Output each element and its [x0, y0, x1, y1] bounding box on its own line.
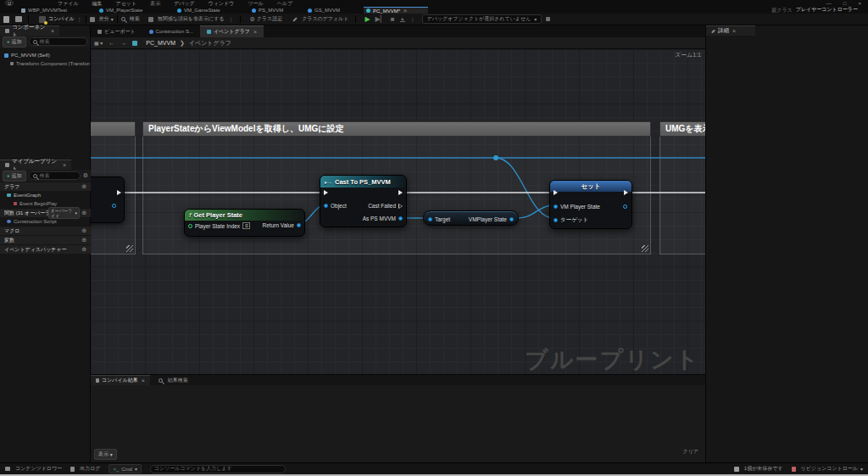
hide-unrelated-button[interactable]: 無関係な項目を非表示にする⋮ — [148, 15, 234, 23]
nav-forward-icon[interactable]: → — [120, 40, 126, 46]
content-drawer-button[interactable]: コンテンツドロワー — [5, 465, 62, 473]
clear-button[interactable]: クリア — [683, 448, 698, 456]
details-panel-tab[interactable]: 詳細× — [706, 25, 755, 36]
vm-player-state-in-pin[interactable] — [554, 204, 558, 209]
compile-button[interactable]: コンパイル ⋮ — [39, 15, 82, 23]
cmd-dropdown[interactable]: >_Cmd▾ — [108, 464, 142, 473]
vm-player-state-out-pin[interactable] — [623, 204, 627, 209]
comment-box-right[interactable]: UMGを表示 — [659, 121, 705, 255]
cast-failed-pin[interactable] — [398, 204, 403, 209]
browse-debug-icon[interactable] — [546, 17, 550, 21]
exec-out-pin[interactable] — [117, 190, 121, 195]
unreal-logo-icon[interactable]: U — [5, 0, 14, 6]
component-row-self[interactable]: PC_MVVM (Self) — [0, 51, 90, 59]
add-component-button[interactable]: +追加 — [3, 36, 26, 48]
node-cast-to-ps-mvvm[interactable]: ▸→Cast To PS_MVVM Object Cast Failed As … — [320, 175, 407, 227]
add-dispatcher-icon[interactable]: ⊕ — [81, 246, 86, 253]
tab-event-graph[interactable]: イベントグラフ× — [200, 25, 264, 37]
filter-gear-icon[interactable]: ⚙ — [83, 172, 88, 179]
revision-control-button[interactable]: リビジョンコントロール▾ — [792, 465, 863, 473]
node-set-vm-player-state[interactable]: セット VM Player State ターゲット — [549, 180, 632, 229]
data-out-pin[interactable] — [112, 204, 116, 208]
target-pin[interactable] — [554, 218, 558, 222]
add-graph-icon[interactable]: ⊕ — [81, 183, 86, 190]
macros-section-header[interactable]: マクロ⊕ — [0, 226, 91, 235]
hide-unrelated-options-icon[interactable]: ⋮ — [228, 16, 233, 22]
tab-viewport[interactable]: ビューポート — [91, 25, 142, 37]
add-function-icon[interactable]: ⊕ — [81, 210, 86, 216]
tab-construction-script[interactable]: Construction S... — [142, 25, 200, 37]
event-graph-canvas[interactable]: ズーム1:1 PlayerStateからViewModelを取得し、UMGに設定… — [91, 49, 705, 374]
play-options-icon[interactable]: ⋮ — [410, 16, 415, 22]
asset-tab-vm-gamestate[interactable]: VM_GameState — [177, 8, 252, 13]
class-defaults-button[interactable]: クラスのデフォルト — [292, 15, 348, 23]
compiler-results-tab[interactable]: コンパイル結果× — [91, 375, 150, 386]
breadcrumb[interactable]: PC_MVVM ❯ イベントグラフ — [146, 39, 231, 48]
my-blueprint-add-button[interactable]: +追加 — [3, 171, 26, 182]
graphs-section-header[interactable]: グラフ⊕ — [0, 182, 91, 191]
exec-out-pin[interactable] — [398, 190, 403, 195]
target-pin[interactable] — [428, 217, 432, 221]
nav-back-icon[interactable]: ← — [108, 40, 114, 46]
tab-close-icon[interactable]: × — [142, 378, 145, 384]
play-button[interactable]: ▶ — [364, 15, 370, 23]
asset-tab-vm-playerstate[interactable]: VM_PlayerState — [99, 8, 177, 13]
my-blueprint-search-input[interactable]: 検索 — [29, 171, 81, 180]
asset-tab-wbp-mvvmtest[interactable]: WBP_MVVMTest — [21, 8, 99, 13]
exec-in-pin[interactable] — [554, 190, 558, 195]
node-get-player-state[interactable]: fGet Player State Player State Index 0 R… — [184, 209, 305, 237]
results-search-input[interactable]: 結果検索 — [159, 377, 188, 384]
component-row-transform[interactable]: Transform Component (TransformComp — [0, 59, 90, 68]
tab-close-icon[interactable]: × — [253, 29, 257, 35]
comment-header[interactable]: UMGを表示 — [659, 121, 705, 137]
stop-button[interactable]: ■ — [391, 15, 395, 23]
output-log-button[interactable]: 出力ログ — [70, 465, 100, 473]
asset-tab-pc-mvvm[interactable]: PC_MVVM*× — [364, 7, 428, 14]
tab-close-icon[interactable]: × — [51, 28, 54, 34]
my-blueprint-panel-tab[interactable]: マイブループリント× — [0, 160, 71, 170]
asset-tab-gs-mvvm[interactable]: GS_MVVM — [308, 8, 364, 13]
bookmarks-icon[interactable]: ▦ ▾ — [94, 40, 103, 46]
functions-section-header[interactable]: 関数 (31 オーバーライド可能) オーバーライド ▾ ⊕ — [0, 208, 91, 217]
unsaved-assets-button[interactable]: 1個が未保存です — [734, 465, 783, 473]
eject-button[interactable]: ▲ — [400, 16, 405, 22]
compiler-tab-bar: コンパイル結果× 結果検索 — [91, 374, 705, 385]
as-ps-mvvm-pin[interactable] — [398, 216, 403, 221]
add-macro-icon[interactable]: ⊕ — [81, 227, 86, 234]
override-dropdown[interactable]: オーバーライド ▾ — [48, 207, 80, 219]
variables-section-header[interactable]: 変数⊕ — [0, 235, 91, 244]
player-state-index-field[interactable]: 0 — [242, 222, 250, 229]
vmplayerstate-out-pin[interactable] — [509, 217, 514, 221]
dispatchers-section-header[interactable]: イベントディスパッチャー⊕ — [0, 244, 91, 254]
comment-header[interactable]: PlayerStateからViewModelを取得し、UMGに設定 — [142, 121, 651, 137]
components-panel-tab[interactable]: コンポーネント× — [0, 25, 59, 36]
add-variable-icon[interactable]: ⊕ — [81, 237, 86, 244]
class-settings-button[interactable]: ⚙クラス設定 — [249, 15, 282, 23]
browse-content-icon[interactable] — [15, 16, 22, 22]
find-button[interactable]: 検索 — [121, 15, 140, 23]
tab-close-icon[interactable]: × — [403, 8, 407, 14]
tab-close-icon[interactable]: × — [63, 162, 66, 168]
eventgraph-item[interactable]: EventGraph — [0, 191, 91, 199]
comment-resize-grip[interactable] — [642, 245, 648, 252]
tab-close-icon[interactable]: × — [732, 28, 736, 34]
node-clipped-left[interactable] — [91, 176, 125, 223]
comment-header[interactable] — [91, 121, 136, 137]
exec-out-pin[interactable] — [624, 190, 628, 195]
object-pin[interactable] — [324, 204, 328, 208]
player-state-index-pin[interactable] — [188, 224, 192, 228]
frame-skip-button[interactable]: ▶▏ — [376, 15, 386, 23]
components-search-input[interactable]: 検索 — [29, 37, 87, 46]
save-icon[interactable] — [3, 16, 9, 23]
debug-object-dropdown[interactable]: デバッグオブジェクトが選択されていません▾ — [422, 14, 542, 24]
asset-tab-ps-mvvm[interactable]: PS_MVVM — [252, 8, 308, 13]
window-close-button[interactable]: × — [858, 1, 861, 6]
node-get-vmplayerstate[interactable]: Target VMPlayer State — [423, 210, 519, 226]
show-filter-button[interactable]: 表示 ▾ — [94, 449, 117, 460]
comment-resize-grip[interactable] — [126, 245, 133, 252]
exec-in-pin[interactable] — [324, 190, 328, 195]
compile-options-icon[interactable]: ⋮ — [77, 16, 82, 22]
console-command-input[interactable]: コンソールコマンドを入力します — [150, 465, 286, 473]
diff-button[interactable]: 差分▾ — [90, 15, 114, 23]
return-value-pin[interactable] — [297, 223, 301, 227]
